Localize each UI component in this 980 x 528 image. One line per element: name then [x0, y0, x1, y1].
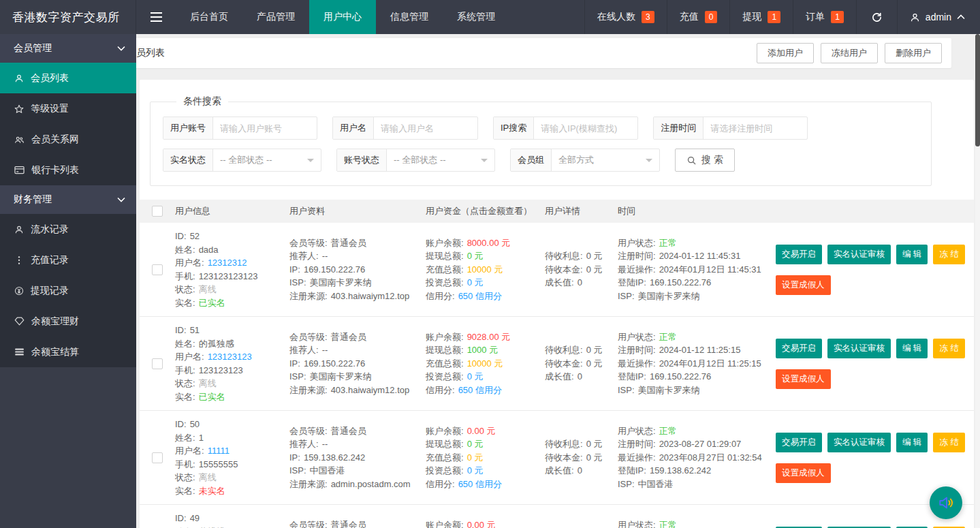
invest-amount[interactable]: 0 元 [467, 277, 484, 288]
register-time-input[interactable] [704, 117, 807, 139]
balance-amount[interactable]: 0.00 元 [467, 520, 496, 528]
sidebar-item-member-network[interactable]: 会员关系网 [0, 124, 136, 155]
realname-audit-button[interactable]: 实名认证审核 [827, 433, 891, 452]
realname-audit-button[interactable]: 实名认证审核 [827, 339, 891, 358]
realname-status-select[interactable]: -- 全部状态 -- [213, 149, 321, 171]
edit-button[interactable]: 编 辑 [896, 245, 928, 264]
delete-user-button[interactable]: 删除用户 [885, 43, 942, 63]
scrollbar-thumb[interactable] [975, 34, 980, 146]
chevron-down-icon [117, 197, 125, 202]
referrer-value: -- [322, 251, 328, 261]
username-link[interactable]: 11111 [208, 446, 230, 456]
ip-value: 169.150.222.76 [304, 358, 365, 369]
row-checkbox[interactable] [152, 264, 163, 275]
reg-time: 2024-01-12 11:25:15 [659, 345, 741, 355]
freeze-user-button[interactable]: 冻结用户 [821, 43, 878, 63]
ip-search-input[interactable] [534, 117, 637, 139]
caret-down-icon [307, 159, 314, 166]
nav-item-products[interactable]: 产品管理 [242, 0, 309, 34]
pending-principal: 0 元 [586, 452, 603, 463]
nav-item-user-center[interactable]: 用户中心 [309, 0, 376, 34]
freeze-button[interactable]: 冻 结 [933, 245, 964, 264]
sidebar-item-level-settings[interactable]: 等级设置 [0, 93, 136, 124]
username-link[interactable]: 12312312 [208, 258, 247, 268]
freeze-button[interactable]: 冻 结 [933, 433, 964, 452]
sidebar-group-member-management[interactable]: 会员管理 [0, 34, 136, 63]
account-input[interactable] [213, 117, 317, 139]
edit-button[interactable]: 编 辑 [896, 433, 928, 452]
refresh-icon[interactable] [856, 0, 897, 34]
row-checkbox[interactable] [152, 358, 163, 369]
freeze-button[interactable]: 冻 结 [933, 339, 964, 358]
recharge-amount[interactable]: 0 元 [467, 452, 484, 463]
account-status-select[interactable]: -- 全部状态 -- [387, 149, 494, 171]
login-ip: 159.138.62.242 [650, 465, 711, 476]
yen-icon [14, 286, 24, 296]
sidebar-item-yuebao-settlement[interactable]: 余额宝结算 [0, 337, 136, 367]
vertical-scrollbar[interactable] [975, 34, 980, 528]
isp-value: 中国香港 [310, 465, 345, 476]
admin-user-menu[interactable]: admin [897, 0, 980, 34]
trade-toggle-button[interactable]: 交易开启 [776, 245, 822, 264]
invest-amount[interactable]: 0 元 [467, 371, 484, 382]
caret-down-icon [481, 159, 488, 166]
table-row: ID:50 姓名:1 用户名:11111 手机:15555555 状态:离线 实… [140, 411, 974, 505]
sidebar: 会员管理 会员列表 等级设置 会员关系网 银行卡列表 财务管理 流水记录 充值记… [0, 34, 136, 528]
stat-orders[interactable]: 订单 1 [793, 0, 856, 34]
star-icon [14, 104, 24, 114]
search-button[interactable]: 搜 索 [675, 149, 735, 172]
nav-item-information[interactable]: 信息管理 [376, 0, 443, 34]
withdraw-amount[interactable]: 1000 元 [467, 345, 499, 355]
select-all-checkbox[interactable] [152, 206, 163, 217]
sidebar-item-bank-cards[interactable]: 银行卡列表 [0, 155, 136, 185]
sidebar-item-yuebao-finance[interactable]: 余额宝理财 [0, 306, 136, 337]
recharge-count-badge: 0 [705, 11, 718, 23]
recharge-amount[interactable]: 10000 元 [467, 264, 503, 275]
realname-audit-button[interactable]: 实名认证审核 [827, 245, 891, 264]
nav-item-dashboard[interactable]: 后台首页 [176, 0, 242, 34]
sidebar-item-transaction-log[interactable]: 流水记录 [0, 214, 136, 245]
balance-amount[interactable]: 0.00 元 [467, 426, 496, 436]
username-input[interactable] [374, 117, 477, 139]
sound-notification-button[interactable] [930, 486, 962, 519]
actions-cell: 交易开启 实名认证审核 编 辑 冻 结 设置成假人 [776, 339, 974, 389]
recharge-amount[interactable]: 10000 元 [467, 358, 503, 369]
stat-withdraw[interactable]: 提现 1 [729, 0, 793, 34]
set-fake-button[interactable]: 设置成假人 [776, 369, 831, 389]
stat-online-users[interactable]: 在线人数 3 [584, 0, 667, 34]
member-list-card: 条件搜索 用户账号 用户名 IP搜索 注册时间 实名状态 [140, 80, 974, 528]
realname-status: 已实名 [199, 392, 225, 402]
actions-cell: 交易开启 实名认证审核 编 辑 冻 结 设置成假人 [776, 245, 974, 295]
balance-amount[interactable]: 9028.00 元 [467, 332, 511, 342]
member-group-select-group: 会员组 全部方式 [510, 149, 660, 172]
add-user-button[interactable]: 添加用户 [757, 43, 814, 63]
trade-toggle-button[interactable]: 交易开启 [776, 433, 822, 452]
withdraw-amount[interactable]: 0 元 [467, 251, 484, 261]
table-body: ID:52 姓名:dada 用户名:12312312 手机:1231231231… [140, 223, 974, 528]
referrer-value: -- [322, 345, 328, 355]
member-group-select[interactable]: 全部方式 [552, 149, 659, 171]
set-fake-button[interactable]: 设置成假人 [776, 275, 831, 295]
sidebar-item-withdraw-records[interactable]: 提现记录 [0, 275, 136, 306]
withdraw-count-badge: 1 [768, 11, 780, 23]
user-info-cell: ID:51 姓名:的孤独感 用户名:123123123 手机:123123123… [175, 324, 289, 403]
row-checkbox[interactable] [152, 452, 163, 463]
user-profile-cell: 会员等级:普通会员 推荐人:-- IP:159.138.62.242 ISP:中… [289, 424, 426, 491]
sidebar-item-recharge-records[interactable]: 充值记录 [0, 245, 136, 275]
edit-button[interactable]: 编 辑 [896, 339, 928, 358]
hamburger-menu-icon[interactable] [136, 0, 176, 34]
login-isp: 美国南卡罗来纳 [638, 291, 700, 301]
nav-item-system[interactable]: 系统管理 [443, 0, 509, 34]
set-fake-button[interactable]: 设置成假人 [776, 463, 831, 483]
balance-amount[interactable]: 8000.00 元 [467, 238, 511, 248]
withdraw-amount[interactable]: 0 元 [467, 439, 484, 449]
pending-principal: 0 元 [586, 264, 603, 275]
sidebar-group-finance-management[interactable]: 财务管理 [0, 185, 136, 214]
username-link[interactable]: 123123123 [208, 352, 252, 362]
stat-recharge[interactable]: 充值 0 [667, 0, 730, 34]
search-row-selects: 实名状态 -- 全部状态 -- 账号状态 -- 全部状态 -- 会员组 全部方式 [163, 149, 931, 172]
invest-amount[interactable]: 0 元 [467, 465, 484, 476]
trade-toggle-button[interactable]: 交易开启 [776, 339, 822, 358]
sidebar-item-member-list[interactable]: 会员列表 [0, 63, 136, 93]
online-count-badge: 3 [642, 11, 654, 23]
